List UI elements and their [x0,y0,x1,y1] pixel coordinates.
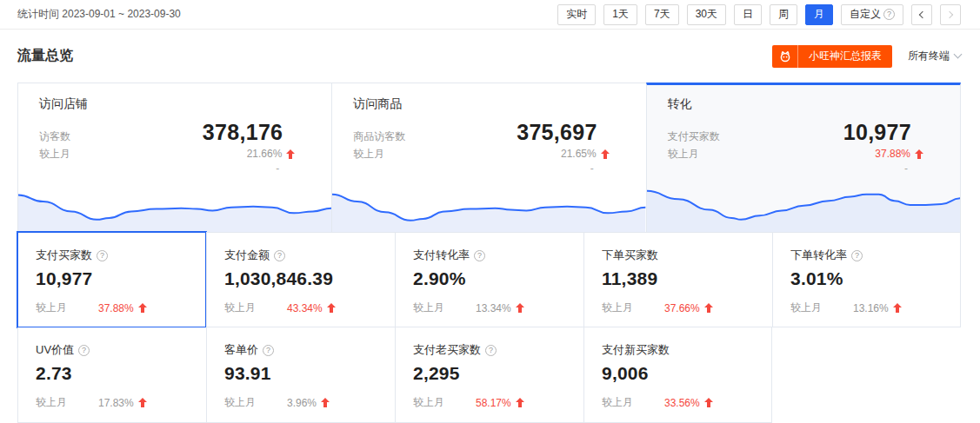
metric-card-avg-order-value[interactable]: 客单价 93.91 较上月 3.96% [206,327,395,423]
metric-name: 支付老买家数 [413,342,481,358]
compare-label: 较上月 [353,147,384,162]
compare-value: 37.66% [664,302,700,314]
metric-card-paid-conversion-rate[interactable]: 支付转化率 2.90% 较上月 13.34% [395,232,583,327]
metric-name: 支付转化率 [413,248,470,263]
range-button-group: 实时 1天 7天 30天 日 周 月 自定义 [557,4,961,25]
compare-label: 较上月 [413,301,444,315]
metric-label: 支付买家数 [668,129,720,144]
arrow-up-icon [516,303,524,313]
arrow-up-icon [138,398,147,407]
chevron-right-icon [946,10,953,17]
compare-label: 较上月 [602,301,633,315]
help-icon[interactable] [485,345,497,356]
metric-name: 支付金额 [224,248,270,263]
metric-value: 2.73 [36,363,189,384]
help-icon[interactable] [263,345,274,356]
help-icon[interactable] [78,345,90,356]
conversion-sparkline [647,175,960,232]
arrow-up-icon [915,149,923,159]
arrow-up-icon [704,303,713,313]
range-realtime-button[interactable]: 实时 [557,4,596,25]
help-icon[interactable] [97,250,108,261]
metric-card-order-buyers[interactable]: 下单买家数 11,389 较上月 37.66% [583,232,772,327]
overview-card-shop-visits[interactable]: 访问店铺 访客数 378,176 较上月 21.66% - [17,83,331,232]
metric-card-paid-amount[interactable]: 支付金额 1,030,846.39 较上月 43.34% [206,232,395,327]
mascot-icon [772,45,798,68]
help-icon[interactable] [851,250,863,261]
arrow-up-icon [601,149,610,159]
metric-card-paid-new-buyers[interactable]: 支付新买家数 9,006 较上月 33.56% [583,327,772,423]
compare-label: 较上月 [602,395,633,410]
traffic-overview-panel: 访问店铺 访客数 378,176 较上月 21.66% - 访问商品 [17,83,961,423]
compare-label: 较上月 [224,395,256,410]
metric-value: 1,030,846.39 [224,268,377,289]
arrow-up-icon [327,303,336,313]
metric-card-uv-value[interactable]: UV价值 2.73 较上月 17.83% [17,327,206,423]
card-title: 访问商品 [353,96,624,112]
arrow-up-icon [138,303,147,313]
compare-label: 较上月 [790,301,822,315]
secondary-compare-value: - [590,162,594,175]
shop-visits-sparkline [18,175,331,232]
chevron-down-icon [954,50,963,59]
metric-value: 3.01% [790,268,943,289]
compare-label: 较上月 [36,301,67,315]
arrow-up-icon [704,398,713,407]
metric-value: 378,176 [203,120,283,145]
compare-label: 较上月 [413,395,444,410]
range-1day-button[interactable]: 1天 [603,4,637,25]
range-week-button[interactable]: 周 [770,4,797,25]
metric-name: 支付新买家数 [602,342,670,358]
page-title: 流量总览 [17,47,73,65]
next-period-button[interactable] [940,4,961,25]
metric-grid: 支付买家数 10,977 较上月 37.88% 支付金额 1,030,846.3… [17,232,961,423]
metric-card-order-conversion-rate[interactable]: 下单转化率 3.01% 较上月 13.16% [772,232,961,327]
summary-report-button[interactable]: 小旺神汇总报表 [772,45,892,68]
metric-value: 375,697 [517,120,597,145]
card-title: 访问店铺 [39,96,310,112]
section-header-actions: 小旺神汇总报表 所有终端 [772,45,961,68]
stat-time-label: 统计时间 2023-09-01 ~ 2023-09-30 [17,7,181,22]
overview-card-conversion[interactable]: 转化 支付买家数 10,977 较上月 37.88% - [646,83,961,232]
summary-report-label: 小旺神汇总报表 [798,45,892,68]
empty-grid-cell [772,327,961,423]
metric-value: 93.91 [224,363,377,384]
compare-value: 21.65% [561,148,597,160]
help-icon [883,9,895,20]
range-7day-button[interactable]: 7天 [645,4,679,25]
compare-label: 较上月 [39,147,70,162]
compare-value: 58.17% [476,397,511,409]
help-icon[interactable] [274,250,285,261]
compare-value: 3.96% [287,397,317,409]
metric-value: 10,977 [843,120,911,145]
compare-value: 21.66% [247,148,283,160]
metric-name: UV价值 [36,342,74,358]
range-30day-button[interactable]: 30天 [687,4,726,25]
metric-label: 商品访客数 [353,129,405,144]
compare-value: 43.34% [287,302,323,314]
range-month-button[interactable]: 月 [805,4,833,25]
help-icon[interactable] [474,250,485,261]
terminal-dropdown[interactable]: 所有终端 [908,49,961,63]
metric-label: 访客数 [39,129,70,144]
arrow-up-icon [893,303,902,313]
range-custom-button[interactable]: 自定义 [841,4,903,25]
compare-label: 较上月 [224,301,256,315]
range-day-button[interactable]: 日 [734,4,762,25]
metric-value: 9,006 [602,363,754,384]
metric-name: 下单转化率 [790,248,847,263]
arrow-up-icon [286,149,295,159]
compare-label: 较上月 [668,147,699,162]
compare-value: 37.88% [98,302,134,314]
metric-card-paid-buyers[interactable]: 支付买家数 10,977 较上月 37.88% [17,232,206,327]
secondary-compare-value: - [276,162,279,175]
chevron-left-icon [919,10,926,17]
prev-period-button[interactable] [911,4,932,25]
compare-value: 17.83% [98,397,134,409]
card-title: 转化 [668,96,939,112]
overview-chart-row: 访问店铺 访客数 378,176 较上月 21.66% - 访问商品 [17,83,961,232]
metric-name: 客单价 [224,342,258,358]
overview-card-item-visits[interactable]: 访问商品 商品访客数 375,697 较上月 21.65% - [331,83,645,232]
metric-card-paid-old-buyers[interactable]: 支付老买家数 2,295 较上月 58.17% [395,327,583,423]
secondary-compare-value: - [904,162,908,175]
